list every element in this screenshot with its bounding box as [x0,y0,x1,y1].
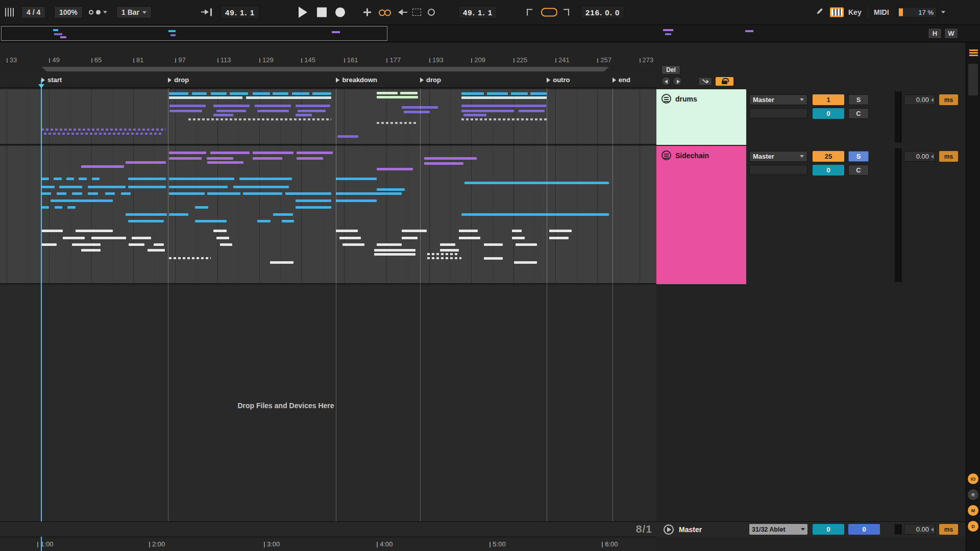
locator-flag-drop[interactable]: drop [420,76,441,84]
key-map-button[interactable]: Key [848,8,862,16]
locator-flag-end[interactable]: end [612,76,630,84]
midi-note [41,230,63,232]
play-button[interactable] [299,7,307,18]
master-track-name[interactable]: Master [679,525,702,534]
metronome-button[interactable] [89,10,107,15]
master-pan-button[interactable]: 0 [848,524,880,535]
gridline [70,89,71,144]
groove-amount-button[interactable]: 100% [54,6,83,18]
drop-files-zone[interactable]: Drop Files and Devices Here [0,285,656,521]
gridline [28,89,29,144]
add-icon[interactable] [363,9,371,16]
midi-map-button[interactable]: MIDI [874,8,889,16]
master-track-row: 8/1 Master 31/32 Ablet 0 0 0.00 ms [0,521,966,537]
fit-width-button[interactable]: W [944,28,958,39]
solo-button[interactable]: S [848,94,869,105]
track-fold-icon[interactable] [662,94,671,104]
track-mixer-panel: Del drums Master 1 S 0 C 0.00 ms Sidecha… [656,42,966,551]
routing-sub-select[interactable] [749,108,807,118]
minute-time-ruler[interactable]: 1:002:003:004:005:006:00 [0,537,656,551]
fit-height-button[interactable]: H [928,28,942,39]
locator-flag-drop[interactable]: drop [168,76,189,84]
input-channel-button[interactable]: 1 [813,94,844,105]
stop-button[interactable] [317,8,327,17]
master-delay-display[interactable]: 0.00 [904,524,936,535]
arrangement-overview[interactable]: H W [0,25,980,42]
master-play-icon[interactable] [664,524,674,535]
loop-switch-icon[interactable] [541,8,557,17]
gridline [91,89,92,144]
arrangement-position-display[interactable]: 49. 1. 1 [220,6,259,19]
back-to-arrangement-icon[interactable] [398,9,407,15]
tap-tempo-icon[interactable] [5,8,15,17]
gridline [429,89,430,144]
midi-overdub-icon[interactable] [379,10,391,15]
playhead-bar-position: 8/1 [636,523,652,535]
midi-note [461,110,514,112]
mixer-toggle-r[interactable]: R [968,489,978,500]
master-delay-unit-button[interactable]: ms [939,524,958,535]
draw-mode-pencil-icon[interactable] [816,7,824,17]
gridline [154,89,155,144]
volume-button[interactable]: 0 [813,108,844,119]
quantization-select[interactable]: 1 Bar [116,6,152,18]
delete-locator-button[interactable]: Del [662,65,680,74]
punch-in-icon[interactable] [527,9,532,16]
right-scroll-rail[interactable]: IORMD [966,42,980,551]
output-routing-select[interactable]: Master [749,94,807,105]
chevron-down-icon [103,11,107,14]
draw-region-icon[interactable] [412,9,421,16]
midi-note [148,249,164,252]
follow-icon[interactable] [201,9,212,16]
locator-flag-breakdown[interactable]: breakdown [336,76,377,84]
punch-out-icon[interactable] [564,9,569,16]
track-title-drums[interactable]: drums [656,89,746,145]
computer-midi-keyboard-icon[interactable] [830,8,844,17]
track-fold-icon[interactable] [662,151,671,160]
master-output-select[interactable]: 31/32 Ablet [749,524,807,535]
loop-length-display[interactable]: 216. 0. 0 [581,6,624,19]
arrangement-loop-region[interactable] [41,67,609,71]
crossfade-button[interactable]: C [848,108,869,119]
time-signature-button[interactable]: 4 / 4 [21,6,45,18]
optimize-zoom-icon[interactable] [698,77,712,86]
midi-note [169,92,189,95]
mixer-toggle-m[interactable]: M [968,505,978,516]
mixer-toggle-d[interactable]: D [968,521,978,532]
track-delay-display[interactable]: 0.00 [904,94,936,105]
ableton-arrangement-view: 4 / 4 100% 1 Bar 49. 1. 1 49. 1. 1 216. … [0,0,980,551]
locator-lane[interactable]: startdropbreakdowndropoutroend [0,72,656,88]
solo-button[interactable]: S [848,151,869,162]
scrollbar-thumb[interactable] [968,64,978,95]
gridline [344,146,345,283]
locator-flag-start[interactable]: start [41,76,62,84]
automation-arm-icon[interactable] [428,9,435,16]
delay-unit-button[interactable]: ms [939,151,958,162]
input-channel-button[interactable]: 25 [813,151,844,162]
routing-sub-select[interactable] [749,165,807,175]
output-routing-select[interactable]: Master [749,151,807,162]
mixer-toggle-io[interactable]: IO [968,473,978,484]
arrangement-lane-sidechain[interactable] [0,146,656,284]
gridline [618,146,619,283]
next-locator-icon[interactable] [673,77,682,86]
crossfade-button[interactable]: C [848,165,869,176]
record-button[interactable] [335,8,345,17]
arrangement-lane-drums[interactable] [0,89,656,145]
midi-note [484,243,503,246]
midi-note [154,243,164,246]
volume-button[interactable]: 0 [813,165,844,176]
previous-locator-icon[interactable] [662,77,671,86]
cpu-load-meter[interactable]: 17 % [897,7,937,18]
loop-start-display[interactable]: 49. 1. 1 [458,6,497,19]
locator-flag-outro[interactable]: outro [547,76,570,84]
master-volume-button[interactable]: 0 [813,524,844,535]
lock-envelopes-icon[interactable] [716,77,733,86]
delay-unit-button[interactable]: ms [939,94,958,105]
hamburger-menu-icon[interactable] [969,49,978,51]
beat-time-ruler[interactable]: 3349658197113129145161177193209225241257… [0,42,656,72]
track-title-sidechain[interactable]: Sidechain [656,146,746,284]
chevron-down-icon[interactable] [941,11,945,14]
midi-note [88,192,97,195]
track-delay-display[interactable]: 0.00 [904,151,936,162]
